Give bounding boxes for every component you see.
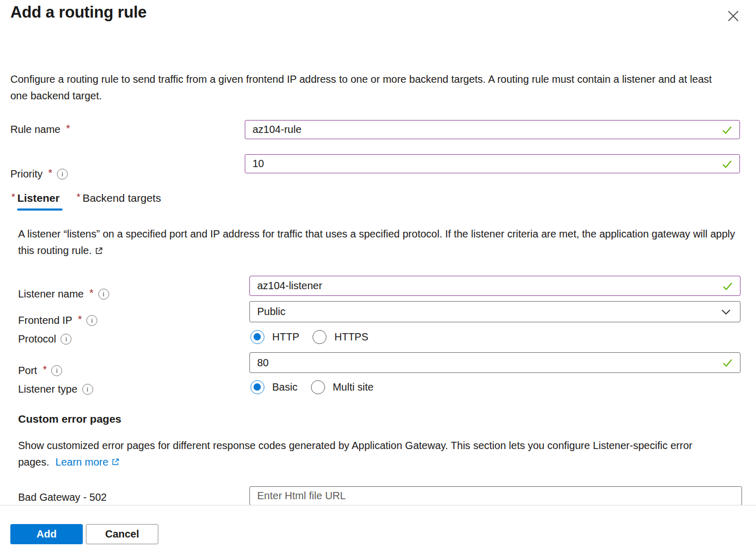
- bad-gateway-field: [249, 486, 742, 505]
- required-asterisk: *: [48, 167, 52, 179]
- required-asterisk: *: [11, 191, 15, 203]
- listener-type-multi-site[interactable]: Multi site: [311, 380, 374, 394]
- radio-selected-icon: [250, 330, 264, 344]
- required-asterisk: *: [66, 123, 70, 135]
- listener-name-field: [249, 276, 740, 296]
- cancel-button[interactable]: Cancel: [86, 524, 158, 544]
- learn-more-label: Learn more: [55, 454, 108, 471]
- port-field: [249, 352, 740, 373]
- port-label: Port* i: [18, 365, 62, 377]
- frontend-ip-select[interactable]: Public: [249, 301, 740, 322]
- validation-check-icon: [721, 356, 734, 369]
- validation-check-icon: [721, 280, 734, 292]
- protocol-option-https[interactable]: HTTPS: [313, 330, 368, 344]
- bad-gateway-label-text: Bad Gateway - 502: [18, 491, 107, 503]
- custom-error-pages-heading: Custom error pages: [18, 413, 122, 425]
- protocol-option-http[interactable]: HTTP: [250, 330, 299, 344]
- info-icon[interactable]: i: [86, 315, 97, 326]
- active-tab-underline: [17, 208, 63, 211]
- listener-name-label-text: Listener name: [18, 288, 84, 300]
- learn-more-link[interactable]: Learn more: [55, 454, 120, 471]
- info-icon[interactable]: i: [61, 334, 71, 345]
- close-button[interactable]: [722, 5, 744, 27]
- rule-name-field: [245, 120, 740, 139]
- listener-type-option-basic[interactable]: Basic: [250, 380, 298, 394]
- intro-text: Configure a routing rule to send traffic…: [10, 71, 715, 104]
- listener-description: A listener “listens” on a specified port…: [18, 226, 743, 259]
- protocol-https-label: HTTPS: [334, 331, 368, 343]
- port-input[interactable]: [250, 353, 740, 372]
- listener-description-text: A listener “listens” on a specified port…: [18, 228, 735, 256]
- radio-unselected-icon: [313, 330, 327, 344]
- footer-divider: [0, 505, 756, 505]
- bad-gateway-url-input[interactable]: [250, 487, 742, 505]
- port-label-text: Port: [18, 365, 37, 377]
- validation-check-icon: [721, 124, 733, 136]
- frontend-ip-selected-value: Public: [257, 306, 285, 318]
- priority-field: [245, 154, 740, 173]
- rule-name-label-text: Rule name: [10, 124, 61, 136]
- info-icon[interactable]: i: [57, 169, 68, 180]
- frontend-ip-label: Frontend IP* i: [18, 315, 97, 326]
- page-title: Add a routing rule: [10, 3, 146, 22]
- listener-type-label-text: Listener type: [18, 383, 78, 395]
- tab-backend-targets-label: Backend targets: [82, 192, 161, 204]
- protocol-radio-group: HTTP HTTPS: [250, 330, 368, 344]
- tab-listener[interactable]: * Listener: [10, 192, 60, 204]
- listener-type-radio-group: Basic Multi site: [250, 380, 374, 394]
- listener-type-multi-site-label: Multi site: [333, 381, 374, 393]
- chevron-down-icon: [719, 305, 733, 319]
- frontend-ip-label-text: Frontend IP: [18, 315, 72, 326]
- tab-backend-targets[interactable]: * Backend targets: [76, 192, 161, 204]
- required-asterisk: *: [43, 364, 47, 376]
- info-icon[interactable]: i: [98, 289, 109, 300]
- priority-label: Priority* i: [10, 168, 68, 180]
- add-routing-rule-panel: Add a routing rule Configure a routing r…: [0, 0, 756, 552]
- listener-type-label: Listener type i: [18, 383, 93, 395]
- protocol-label: Protocol i: [18, 333, 71, 345]
- required-asterisk: *: [77, 191, 80, 203]
- custom-error-pages-description: Show customized error pages for differen…: [18, 438, 722, 470]
- listener-name-label: Listener name* i: [18, 288, 109, 300]
- required-asterisk: *: [78, 314, 82, 325]
- protocol-label-text: Protocol: [18, 333, 56, 345]
- panel-content: Add a routing rule Configure a routing r…: [0, 0, 756, 505]
- listener-name-input[interactable]: [250, 276, 740, 295]
- listener-type-basic-label: Basic: [272, 381, 298, 393]
- bad-gateway-label: Bad Gateway - 502: [18, 491, 107, 503]
- priority-label-text: Priority: [10, 168, 42, 180]
- external-link-icon[interactable]: [95, 247, 103, 255]
- close-icon: [725, 8, 741, 24]
- priority-input[interactable]: [245, 155, 739, 173]
- required-asterisk: *: [90, 287, 94, 299]
- radio-selected-icon: [250, 380, 264, 394]
- tab-listener-label: Listener: [17, 192, 60, 204]
- rule-name-label: Rule name*: [10, 124, 70, 136]
- external-link-icon: [111, 458, 120, 466]
- info-icon[interactable]: i: [82, 384, 93, 395]
- radio-unselected-icon: [311, 380, 325, 394]
- validation-check-icon: [721, 158, 733, 170]
- rule-name-input[interactable]: [245, 121, 739, 139]
- add-button[interactable]: Add: [10, 524, 83, 544]
- info-icon[interactable]: i: [51, 365, 62, 376]
- protocol-http-label: HTTP: [272, 331, 299, 343]
